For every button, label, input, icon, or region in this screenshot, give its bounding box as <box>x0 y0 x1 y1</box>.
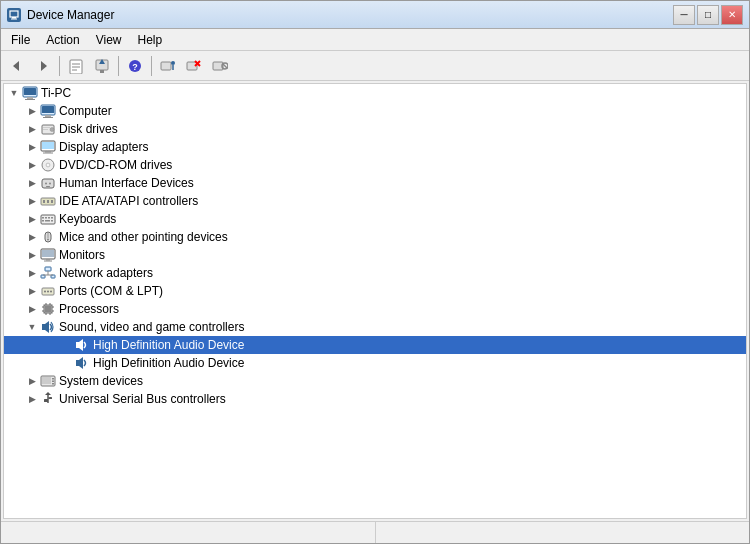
update-driver-button[interactable] <box>90 54 114 78</box>
mice-expander[interactable]: ▶ <box>24 229 40 245</box>
usb-label: Universal Serial Bus controllers <box>59 392 226 406</box>
svg-rect-95 <box>52 383 54 385</box>
minimize-button[interactable]: ─ <box>673 5 695 25</box>
tree-root[interactable]: ▼ Ti-PC <box>4 84 746 102</box>
processors-expander[interactable]: ▶ <box>24 301 40 317</box>
computer-icon <box>40 103 56 119</box>
close-button[interactable]: ✕ <box>721 5 743 25</box>
menu-action[interactable]: Action <box>38 31 87 49</box>
tree-item-keyboards[interactable]: ▶ Keyboards <box>4 210 746 228</box>
scan-hardware-button[interactable] <box>156 54 180 78</box>
tree-item-hd-audio-1[interactable]: ▶ High Definition Audio Device <box>4 336 746 354</box>
svg-point-73 <box>47 291 49 293</box>
tree-item-ports[interactable]: ▶ Ports (COM & LPT) <box>4 282 746 300</box>
svg-marker-88 <box>79 339 83 351</box>
maximize-button[interactable]: □ <box>697 5 719 25</box>
usb-icon <box>40 391 56 407</box>
dvd-label: DVD/CD-ROM drives <box>59 158 172 172</box>
disk-expander[interactable]: ▶ <box>24 121 40 137</box>
tree-item-hd-audio-2[interactable]: ▶ High Definition Audio Device <box>4 354 746 372</box>
network-expander[interactable]: ▶ <box>24 265 40 281</box>
hid-expander[interactable]: ▶ <box>24 175 40 191</box>
svg-point-41 <box>47 164 49 166</box>
svg-marker-3 <box>13 61 19 71</box>
device-manager-window: Device Manager ─ □ ✕ File Action View He… <box>0 0 750 544</box>
svg-rect-54 <box>51 217 53 219</box>
tree-item-hid[interactable]: ▶ Human Interface Devices <box>4 174 746 192</box>
ports-expander[interactable]: ▶ <box>24 283 40 299</box>
menu-help[interactable]: Help <box>130 31 171 49</box>
svg-point-15 <box>171 61 175 65</box>
svg-marker-86 <box>45 321 49 333</box>
monitor-icon <box>40 247 56 263</box>
keyboards-label: Keyboards <box>59 212 116 226</box>
properties-button[interactable] <box>64 54 88 78</box>
system-expander[interactable]: ▶ <box>24 373 40 389</box>
monitors-expander[interactable]: ▶ <box>24 247 40 263</box>
svg-rect-47 <box>43 200 45 203</box>
tree-item-disk-drives[interactable]: ▶ Disk drives <box>4 120 746 138</box>
hd-audio-1-icon <box>74 337 90 353</box>
uninstall-button[interactable] <box>182 54 206 78</box>
svg-rect-94 <box>52 381 54 383</box>
content-area: ▼ Ti-PC ▶ <box>1 81 749 521</box>
disable-button[interactable] <box>208 54 232 78</box>
toolbar-sep-3 <box>151 56 152 76</box>
tree-item-processors[interactable]: ▶ Processors <box>4 300 746 318</box>
tree-item-display-adapters[interactable]: ▶ Display adapters <box>4 138 746 156</box>
menu-file[interactable]: File <box>3 31 38 49</box>
network-icon <box>40 265 56 281</box>
tree-item-mice[interactable]: ▶ Mice and other pointing devices <box>4 228 746 246</box>
svg-rect-87 <box>76 342 79 348</box>
tree-item-dvd[interactable]: ▶ DVD/CD-ROM drives <box>4 156 746 174</box>
tree-item-usb[interactable]: ▶ Universal Serial Bus controllers <box>4 390 746 408</box>
dvd-expander[interactable]: ▶ <box>24 157 40 173</box>
hd-audio-2-label: High Definition Audio Device <box>93 356 244 370</box>
svg-point-72 <box>44 291 46 293</box>
dvd-icon <box>40 157 56 173</box>
mouse-icon <box>40 229 56 245</box>
svg-rect-33 <box>43 127 50 128</box>
tree-item-ide[interactable]: ▶ IDE ATA/ATAPI controllers <box>4 192 746 210</box>
monitors-label: Monitors <box>59 248 105 262</box>
app-icon <box>7 8 21 22</box>
keyboard-expander[interactable]: ▶ <box>24 211 40 227</box>
tree-item-system[interactable]: ▶ System devices <box>4 372 746 390</box>
svg-rect-34 <box>43 129 48 130</box>
network-adapters-label: Network adapters <box>59 266 153 280</box>
ide-expander[interactable]: ▶ <box>24 193 40 209</box>
back-button[interactable] <box>5 54 29 78</box>
toolbar-sep-2 <box>118 56 119 76</box>
tree-item-network[interactable]: ▶ Network adapters <box>4 264 746 282</box>
title-buttons: ─ □ ✕ <box>673 5 743 25</box>
ide-icon <box>40 193 56 209</box>
svg-point-60 <box>47 239 49 241</box>
svg-text:?: ? <box>132 62 138 72</box>
svg-rect-1 <box>12 17 16 19</box>
svg-rect-24 <box>27 97 33 99</box>
tree-item-computer[interactable]: ▶ Computer <box>4 102 746 120</box>
display-adapters-label: Display adapters <box>59 140 148 154</box>
menu-view[interactable]: View <box>88 31 130 49</box>
device-tree[interactable]: ▼ Ti-PC ▶ <box>3 83 747 519</box>
root-expander[interactable]: ▼ <box>6 85 22 101</box>
title-bar-left: Device Manager <box>7 8 114 22</box>
svg-rect-55 <box>42 220 44 222</box>
svg-marker-90 <box>79 357 83 369</box>
display-expander[interactable]: ▶ <box>24 139 40 155</box>
statusbar-right <box>376 522 746 543</box>
usb-expander[interactable]: ▶ <box>24 391 40 407</box>
tree-item-monitors[interactable]: ▶ Monitors <box>4 246 746 264</box>
hid-label: Human Interface Devices <box>59 176 194 190</box>
svg-rect-26 <box>24 88 36 95</box>
forward-button[interactable] <box>31 54 55 78</box>
computer-expander[interactable]: ▶ <box>24 103 40 119</box>
mice-label: Mice and other pointing devices <box>59 230 228 244</box>
svg-rect-29 <box>43 117 53 118</box>
disk-drives-label: Disk drives <box>59 122 118 136</box>
tree-item-sound[interactable]: ▼ Sound, video and game controllers <box>4 318 746 336</box>
help-button[interactable]: ? <box>123 54 147 78</box>
sound-expander[interactable]: ▼ <box>24 319 40 335</box>
system-icon <box>40 373 56 389</box>
display-icon <box>40 139 56 155</box>
